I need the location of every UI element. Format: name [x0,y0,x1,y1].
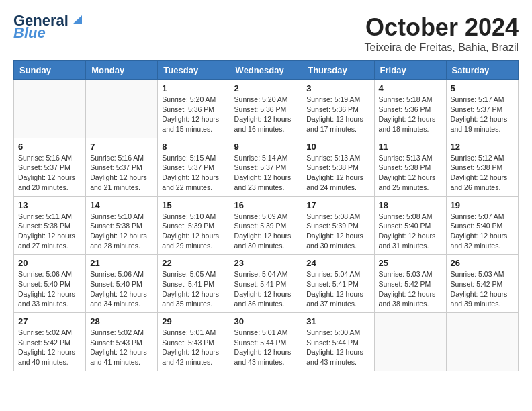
table-row: 14Sunrise: 5:10 AM Sunset: 5:38 PM Dayli… [86,196,158,255]
location: Teixeira de Freitas, Bahia, Brazil [365,42,519,54]
table-row: 10Sunrise: 5:13 AM Sunset: 5:38 PM Dayli… [302,138,374,196]
table-row: 2Sunrise: 5:20 AM Sunset: 5:36 PM Daylig… [230,80,302,138]
page-header: General Blue October 2024 Teixeira de Fr… [13,13,519,54]
calendar-table: Sunday Monday Tuesday Wednesday Thursday… [13,60,519,371]
table-row: 16Sunrise: 5:09 AM Sunset: 5:39 PM Dayli… [230,196,302,255]
day-number: 5 [451,83,514,93]
cell-details: Sunrise: 5:03 AM Sunset: 5:42 PM Dayligh… [451,269,514,309]
table-row: 25Sunrise: 5:03 AM Sunset: 5:42 PM Dayli… [374,255,446,313]
table-row: 30Sunrise: 5:01 AM Sunset: 5:44 PM Dayli… [230,313,302,371]
cell-details: Sunrise: 5:09 AM Sunset: 5:39 PM Dayligh… [234,212,298,251]
col-saturday: Saturday [446,61,518,80]
table-row: 12Sunrise: 5:12 AM Sunset: 5:38 PM Dayli… [446,138,518,196]
table-row: 24Sunrise: 5:04 AM Sunset: 5:41 PM Dayli… [302,255,374,313]
table-row: 23Sunrise: 5:04 AM Sunset: 5:41 PM Dayli… [230,255,302,313]
table-row: 18Sunrise: 5:08 AM Sunset: 5:40 PM Dayli… [374,196,446,255]
logo-blue: Blue [13,26,46,40]
cell-details: Sunrise: 5:01 AM Sunset: 5:43 PM Dayligh… [162,328,225,367]
col-thursday: Thursday [302,61,374,80]
cell-details: Sunrise: 5:02 AM Sunset: 5:43 PM Dayligh… [90,328,153,367]
cell-details: Sunrise: 5:18 AM Sunset: 5:36 PM Dayligh… [379,95,442,134]
table-row [374,313,446,371]
col-tuesday: Tuesday [158,61,230,80]
table-row: 8Sunrise: 5:15 AM Sunset: 5:37 PM Daylig… [158,138,230,196]
table-row [86,80,158,138]
day-number: 31 [306,316,369,326]
cell-details: Sunrise: 5:08 AM Sunset: 5:39 PM Dayligh… [306,212,369,251]
cell-details: Sunrise: 5:13 AM Sunset: 5:38 PM Dayligh… [379,153,442,193]
day-number: 6 [18,142,81,152]
day-number: 21 [90,258,153,268]
calendar-week-row: 20Sunrise: 5:06 AM Sunset: 5:40 PM Dayli… [14,255,519,313]
day-number: 25 [379,258,442,268]
calendar-week-row: 27Sunrise: 5:02 AM Sunset: 5:42 PM Dayli… [14,313,519,371]
day-number: 18 [379,200,442,210]
table-row: 9Sunrise: 5:14 AM Sunset: 5:37 PM Daylig… [230,138,302,196]
table-row: 31Sunrise: 5:00 AM Sunset: 5:44 PM Dayli… [302,313,374,371]
day-number: 30 [234,316,298,326]
day-number: 17 [306,200,369,210]
day-number: 12 [451,142,514,152]
cell-details: Sunrise: 5:07 AM Sunset: 5:40 PM Dayligh… [451,212,514,251]
table-row: 21Sunrise: 5:06 AM Sunset: 5:40 PM Dayli… [86,255,158,313]
day-number: 7 [90,142,153,152]
month-title: October 2024 [365,13,519,42]
table-row: 17Sunrise: 5:08 AM Sunset: 5:39 PM Dayli… [302,196,374,255]
day-number: 26 [451,258,514,268]
calendar-week-row: 13Sunrise: 5:11 AM Sunset: 5:38 PM Dayli… [14,196,519,255]
table-row: 11Sunrise: 5:13 AM Sunset: 5:38 PM Dayli… [374,138,446,196]
cell-details: Sunrise: 5:04 AM Sunset: 5:41 PM Dayligh… [306,269,369,309]
col-monday: Monday [86,61,158,80]
day-number: 4 [379,83,442,93]
day-number: 27 [18,316,81,326]
table-row: 6Sunrise: 5:16 AM Sunset: 5:37 PM Daylig… [14,138,86,196]
table-row [446,313,518,371]
table-row: 28Sunrise: 5:02 AM Sunset: 5:43 PM Dayli… [86,313,158,371]
day-number: 2 [234,83,298,93]
cell-details: Sunrise: 5:16 AM Sunset: 5:37 PM Dayligh… [18,153,81,193]
svg-marker-0 [73,15,82,24]
cell-details: Sunrise: 5:15 AM Sunset: 5:37 PM Dayligh… [162,153,225,193]
table-row: 5Sunrise: 5:17 AM Sunset: 5:37 PM Daylig… [446,80,518,138]
day-number: 28 [90,316,153,326]
table-row: 13Sunrise: 5:11 AM Sunset: 5:38 PM Dayli… [14,196,86,255]
day-number: 16 [234,200,298,210]
day-number: 15 [162,200,225,210]
day-number: 19 [451,200,514,210]
day-number: 11 [379,142,442,152]
cell-details: Sunrise: 5:17 AM Sunset: 5:37 PM Dayligh… [451,95,514,134]
cell-details: Sunrise: 5:13 AM Sunset: 5:38 PM Dayligh… [306,153,369,193]
title-section: October 2024 Teixeira de Freitas, Bahia,… [365,13,519,54]
col-sunday: Sunday [14,61,86,80]
table-row: 7Sunrise: 5:16 AM Sunset: 5:37 PM Daylig… [86,138,158,196]
calendar-week-row: 1Sunrise: 5:20 AM Sunset: 5:36 PM Daylig… [14,80,519,138]
table-row [14,80,86,138]
cell-details: Sunrise: 5:12 AM Sunset: 5:38 PM Dayligh… [451,153,514,193]
day-number: 23 [234,258,298,268]
table-row: 20Sunrise: 5:06 AM Sunset: 5:40 PM Dayli… [14,255,86,313]
cell-details: Sunrise: 5:16 AM Sunset: 5:37 PM Dayligh… [90,153,153,193]
logo-arrow-icon [70,12,85,27]
cell-details: Sunrise: 5:20 AM Sunset: 5:36 PM Dayligh… [234,95,298,134]
table-row: 27Sunrise: 5:02 AM Sunset: 5:42 PM Dayli… [14,313,86,371]
day-number: 3 [306,83,369,93]
cell-details: Sunrise: 5:00 AM Sunset: 5:44 PM Dayligh… [306,328,369,367]
table-row: 3Sunrise: 5:19 AM Sunset: 5:36 PM Daylig… [302,80,374,138]
calendar-header-row: Sunday Monday Tuesday Wednesday Thursday… [14,61,519,80]
cell-details: Sunrise: 5:01 AM Sunset: 5:44 PM Dayligh… [234,328,298,367]
day-number: 8 [162,142,225,152]
cell-details: Sunrise: 5:10 AM Sunset: 5:38 PM Dayligh… [90,212,153,251]
table-row: 26Sunrise: 5:03 AM Sunset: 5:42 PM Dayli… [446,255,518,313]
day-number: 29 [162,316,225,326]
cell-details: Sunrise: 5:14 AM Sunset: 5:37 PM Dayligh… [234,153,298,193]
cell-details: Sunrise: 5:11 AM Sunset: 5:38 PM Dayligh… [18,212,81,251]
table-row: 19Sunrise: 5:07 AM Sunset: 5:40 PM Dayli… [446,196,518,255]
cell-details: Sunrise: 5:10 AM Sunset: 5:39 PM Dayligh… [162,212,225,251]
day-number: 14 [90,200,153,210]
day-number: 24 [306,258,369,268]
cell-details: Sunrise: 5:06 AM Sunset: 5:40 PM Dayligh… [18,269,81,309]
day-number: 13 [18,200,81,210]
cell-details: Sunrise: 5:02 AM Sunset: 5:42 PM Dayligh… [18,328,81,367]
col-wednesday: Wednesday [230,61,302,80]
cell-details: Sunrise: 5:20 AM Sunset: 5:36 PM Dayligh… [162,95,225,134]
